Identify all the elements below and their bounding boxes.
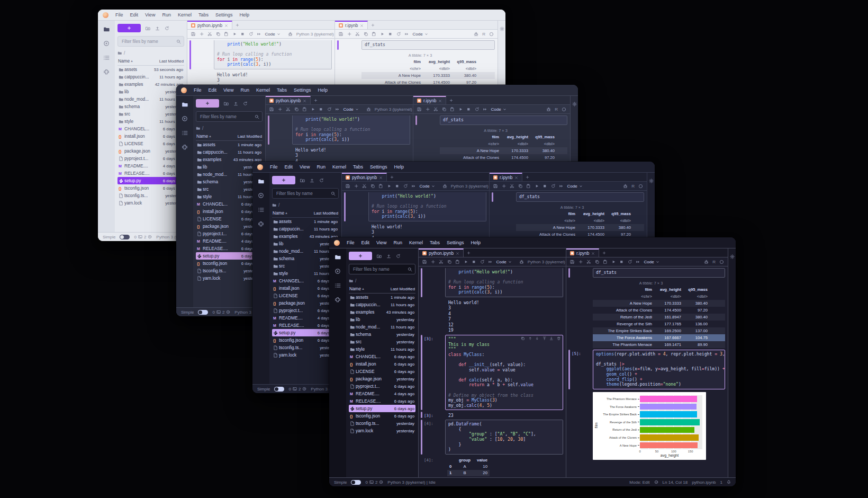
file-row[interactable]: MCHANGEL...6 days ago <box>349 353 415 360</box>
cut-cell-button[interactable] <box>207 32 212 37</box>
file-row[interactable]: examples43 minutes ago <box>196 156 263 163</box>
file-row[interactable]: style11 hours ago <box>117 118 184 125</box>
copy-cell-button[interactable] <box>518 184 523 189</box>
save-button[interactable] <box>339 32 343 37</box>
close-tab-icon[interactable] <box>303 99 306 103</box>
insert-cell-button[interactable] <box>200 32 204 37</box>
file-browser-tab-icon[interactable] <box>103 26 110 32</box>
breadcrumb[interactable]: / <box>272 201 339 209</box>
code-cell-loop[interactable]: print("Hello world!") # Run loop calling… <box>189 40 332 69</box>
new-launcher-button[interactable] <box>196 99 219 108</box>
refresh-button[interactable] <box>165 26 169 31</box>
file-row[interactable]: srcyesterday <box>349 338 415 345</box>
file-row[interactable]: MREADME....4 days ago <box>117 162 184 170</box>
insert-cell-button[interactable] <box>354 184 359 189</box>
new-launcher-button[interactable] <box>272 176 295 184</box>
file-row[interactable]: catppuccin...11 hours ago <box>272 225 339 233</box>
menu-tabs[interactable]: Tabs <box>277 87 287 93</box>
menu-kernel[interactable]: Kernel <box>409 240 423 245</box>
restart-run-all-button[interactable] <box>559 184 564 189</box>
cell-collapser[interactable] <box>415 115 417 125</box>
new-tab-button[interactable] <box>599 248 609 257</box>
table-row[interactable]: Attack of the Clones174.450097.20 <box>440 154 567 161</box>
terminals-kernels-count[interactable]: 0 2 <box>365 480 383 485</box>
debugger-icon[interactable] <box>546 107 551 112</box>
tab-r-ipynb[interactable]: r.ipynb <box>566 248 599 257</box>
simple-mode-toggle[interactable] <box>351 480 361 485</box>
property-inspector-icon[interactable] <box>572 99 577 109</box>
terminals-kernels-count[interactable]: 0 2 <box>212 310 230 315</box>
file-row[interactable]: MRELEASE....6 days ago <box>349 397 415 405</box>
stop-button[interactable] <box>466 107 471 112</box>
file-row[interactable]: assets1 minute ago <box>349 294 415 301</box>
close-tab-icon[interactable] <box>438 99 442 103</box>
menu-file[interactable]: File <box>194 87 202 93</box>
save-button[interactable] <box>493 184 498 189</box>
run-button[interactable] <box>380 32 385 37</box>
code-cell-class[interactable]: [3]: """This is my class"""class MyClass… <box>421 335 563 410</box>
filter-files-box[interactable] <box>272 188 339 199</box>
menu-kernel[interactable]: Kernel <box>332 164 346 170</box>
filter-files-input[interactable] <box>199 114 255 120</box>
file-row[interactable]: style11 hours ago <box>349 345 415 353</box>
code-cell-df-stats[interactable]: df_stats <box>492 192 644 202</box>
cut-cell-button[interactable] <box>355 32 360 37</box>
column-last-modified[interactable]: Last Modified <box>159 59 184 64</box>
file-browser-tab-icon[interactable] <box>182 101 188 108</box>
close-tab-icon[interactable] <box>591 252 595 255</box>
file-row[interactable]: libyesterday <box>349 316 415 323</box>
file-row[interactable]: yarn.lockyesterday <box>349 427 415 434</box>
simple-mode-toggle[interactable] <box>274 387 284 392</box>
move-cell-down-icon[interactable] <box>535 336 539 341</box>
tab-r-ipynb[interactable]: r.ipynb <box>490 173 522 181</box>
extensions-icon[interactable] <box>258 221 264 227</box>
table-of-contents-icon[interactable] <box>258 207 264 213</box>
column-name[interactable]: Name ▴ <box>273 210 287 216</box>
code-cell-loop[interactable]: print("Hello world!") # Run loop calling… <box>268 115 410 145</box>
file-row[interactable]: pyproject.t...6 days ago <box>117 155 184 162</box>
file-row[interactable]: MCHANGEL...6 days ago <box>117 125 184 132</box>
insert-cell-below-icon[interactable] <box>549 336 554 341</box>
kernel-name[interactable]: R <box>555 107 558 112</box>
file-row[interactable]: examples43 minutes ago <box>349 308 415 316</box>
file-row[interactable]: {}package.jsonyesterday <box>117 147 184 155</box>
code-cell-ggplot[interactable]: [5]: options(repr.plot.width = 4, repr.p… <box>568 350 725 389</box>
kernel-status[interactable]: Python 3 (ipykernel) | Idle <box>387 480 436 485</box>
menu-settings[interactable]: Settings <box>294 87 311 93</box>
cell-collapser[interactable] <box>568 350 570 389</box>
running-kernels-icon[interactable] <box>182 115 188 122</box>
mode-indicator[interactable]: Mode: Edit <box>629 480 649 485</box>
new-tab-button[interactable] <box>311 96 321 104</box>
table-row[interactable]: Return of the Jedi161.8947380.40 <box>593 314 725 321</box>
close-tab-icon[interactable] <box>379 176 383 180</box>
filter-files-input[interactable] <box>275 191 331 197</box>
paste-cell-button[interactable] <box>224 32 229 37</box>
new-launcher-button[interactable] <box>349 252 372 260</box>
terminals-kernels-count[interactable]: 0 2 <box>288 387 306 392</box>
restart-kernel-button[interactable] <box>396 32 401 37</box>
terminals-kernels-count[interactable]: 0 2 <box>134 235 152 239</box>
file-row[interactable]: LICENSE6 days ago <box>117 140 184 147</box>
cell-collapser[interactable] <box>268 115 269 145</box>
debugger-icon[interactable] <box>623 184 628 189</box>
table-row[interactable]: The Phantom Menace169.147189.90 <box>593 341 725 348</box>
menu-edit[interactable]: Edit <box>285 164 293 170</box>
cut-cell-button[interactable] <box>286 107 291 112</box>
run-button[interactable] <box>232 32 237 37</box>
menu-view[interactable]: View <box>300 164 310 170</box>
cut-cell-button[interactable] <box>439 260 444 264</box>
column-last-modified[interactable]: Last Modified <box>238 134 262 139</box>
menu-edit[interactable]: Edit <box>361 240 370 245</box>
menu-view[interactable]: View <box>223 87 233 93</box>
restart-run-all-button[interactable] <box>335 107 340 112</box>
upload-button[interactable] <box>386 254 391 259</box>
refresh-button[interactable] <box>243 101 248 106</box>
file-row[interactable]: tsconfig.ts...yesterday <box>117 192 184 199</box>
table-of-contents-icon[interactable] <box>103 55 110 61</box>
paste-cell-button[interactable] <box>450 107 455 112</box>
paste-cell-button[interactable] <box>455 260 460 264</box>
menu-run[interactable]: Run <box>317 164 326 170</box>
stop-button[interactable] <box>240 32 245 37</box>
cut-cell-button[interactable] <box>433 107 438 112</box>
refresh-button[interactable] <box>319 178 324 183</box>
